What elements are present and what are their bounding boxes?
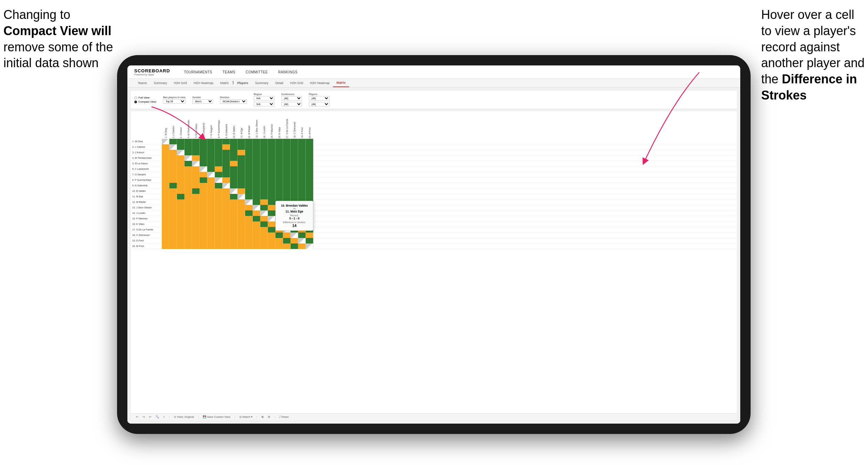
cell-6-17[interactable] (291, 172, 298, 177)
cell-17-4[interactable] (192, 232, 200, 238)
cell-11-9[interactable] (230, 199, 238, 205)
cell-0-4[interactable] (192, 139, 200, 144)
cell-17-18[interactable] (298, 232, 306, 238)
cell-4-15[interactable] (275, 161, 283, 166)
cell-11-3[interactable] (185, 199, 192, 205)
cell-19-13[interactable] (260, 243, 268, 249)
cell-8-11[interactable] (245, 183, 253, 188)
cell-8-6[interactable] (207, 183, 215, 188)
cell-14-12[interactable] (253, 216, 260, 221)
cell-17-1[interactable] (169, 232, 177, 238)
cell-0-2[interactable] (177, 139, 185, 144)
cell-16-12[interactable] (253, 227, 260, 232)
cell-2-16[interactable] (283, 150, 291, 155)
cell-17-3[interactable] (185, 232, 192, 238)
cell-3-18[interactable] (298, 155, 306, 161)
cell-13-9[interactable] (230, 210, 238, 216)
cell-16-11[interactable] (245, 227, 253, 232)
cell-0-12[interactable] (253, 139, 260, 144)
region-select2[interactable]: N/A (254, 102, 274, 106)
cell-17-0[interactable] (162, 232, 169, 238)
cell-6-15[interactable] (275, 172, 283, 177)
cell-0-7[interactable] (215, 139, 222, 144)
cell-18-9[interactable] (230, 238, 238, 243)
cell-18-3[interactable] (185, 238, 192, 243)
cell-2-9[interactable] (230, 150, 238, 155)
cell-12-9[interactable] (230, 205, 238, 210)
cell-12-3[interactable] (185, 205, 192, 210)
cell-13-5[interactable] (200, 210, 207, 216)
nav-tournaments[interactable]: TOURNAMENTS (184, 70, 212, 74)
cell-0-15[interactable] (275, 139, 283, 144)
full-view-option[interactable]: Full View (134, 96, 156, 99)
cell-16-8[interactable] (222, 227, 230, 232)
cell-8-2[interactable] (177, 183, 185, 188)
cell-5-11[interactable] (245, 166, 253, 172)
nav-teams[interactable]: TEAMS (222, 70, 235, 74)
cell-18-6[interactable] (207, 238, 215, 243)
cell-8-17[interactable] (291, 183, 298, 188)
cell-10-16[interactable] (283, 194, 291, 199)
cell-5-1[interactable] (169, 166, 177, 172)
cell-16-14[interactable] (268, 227, 275, 232)
conference-select[interactable]: (All) (281, 96, 302, 101)
cell-1-2[interactable] (177, 144, 185, 150)
cell-4-17[interactable] (291, 161, 298, 166)
cell-8-0[interactable] (162, 183, 169, 188)
cell-9-1[interactable] (169, 188, 177, 194)
cell-3-0[interactable] (162, 155, 169, 161)
cell-5-16[interactable] (283, 166, 291, 172)
cell-18-13[interactable] (260, 238, 268, 243)
tab-summary2[interactable]: Summary (252, 79, 272, 87)
tab-h2h-grid[interactable]: H2H Grid (170, 79, 190, 87)
cell-3-1[interactable] (169, 155, 177, 161)
cell-15-9[interactable] (230, 221, 238, 227)
watch-button[interactable]: ◎ Watch ▾ (239, 415, 252, 418)
cell-3-13[interactable] (260, 155, 268, 161)
cell-9-17[interactable] (291, 188, 298, 194)
cell-1-14[interactable] (268, 144, 275, 150)
cell-17-17[interactable] (291, 232, 298, 238)
cell-2-8[interactable] (222, 150, 230, 155)
cell-3-15[interactable] (275, 155, 283, 161)
cell-15-8[interactable] (222, 221, 230, 227)
cell-6-3[interactable] (185, 172, 192, 177)
cell-8-12[interactable] (253, 183, 260, 188)
cell-19-15[interactable] (275, 243, 283, 249)
cell-17-19[interactable] (306, 232, 313, 238)
cell-14-5[interactable] (200, 216, 207, 221)
cell-9-5[interactable] (200, 188, 207, 194)
cell-5-18[interactable] (298, 166, 306, 172)
cell-8-18[interactable] (298, 183, 306, 188)
cell-6-1[interactable] (169, 172, 177, 177)
view-original-button[interactable]: ⊙ View: Original (174, 415, 194, 418)
cell-1-8[interactable] (222, 144, 230, 150)
cell-1-13[interactable] (260, 144, 268, 150)
cell-17-10[interactable] (238, 232, 245, 238)
cell-0-1[interactable] (169, 139, 177, 144)
cell-18-14[interactable] (268, 238, 275, 243)
region-select[interactable]: N/A (254, 96, 274, 101)
cell-0-19[interactable] (306, 139, 313, 144)
cell-15-6[interactable] (207, 221, 215, 227)
cell-3-7[interactable] (215, 155, 222, 161)
cell-17-7[interactable] (215, 232, 222, 238)
cell-5-7[interactable] (215, 166, 222, 172)
cell-6-10[interactable] (238, 172, 245, 177)
cell-16-9[interactable] (230, 227, 238, 232)
cell-7-6[interactable] (207, 177, 215, 183)
cell-5-10[interactable] (238, 166, 245, 172)
players-select2[interactable]: (All) (309, 102, 330, 106)
cell-5-5[interactable] (200, 166, 207, 172)
tab-h2h-grid2[interactable]: H2H Grid (287, 79, 307, 87)
cell-3-2[interactable] (177, 155, 185, 161)
cell-11-6[interactable] (207, 199, 215, 205)
compact-view-radio[interactable] (134, 101, 137, 103)
cell-19-0[interactable] (162, 243, 169, 249)
cell-8-15[interactable] (275, 183, 283, 188)
cell-11-10[interactable] (238, 199, 245, 205)
tab-matrix-active[interactable]: Matrix (333, 79, 349, 87)
cell-14-3[interactable] (185, 216, 192, 221)
cell-6-8[interactable] (222, 172, 230, 177)
cell-11-1[interactable] (169, 199, 177, 205)
